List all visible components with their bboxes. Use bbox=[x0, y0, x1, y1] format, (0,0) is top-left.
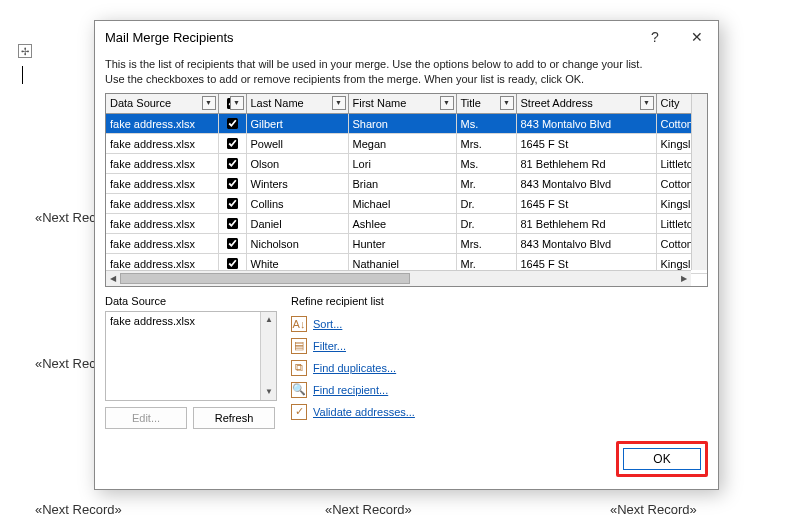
cell-street: 843 Montalvo Blvd bbox=[516, 234, 656, 254]
dropdown-icon[interactable]: ▼ bbox=[230, 96, 244, 110]
row-checkbox[interactable] bbox=[227, 198, 238, 209]
anchor-icon: ✢ bbox=[18, 44, 32, 58]
cell-title: Ms. bbox=[456, 154, 516, 174]
sort-link[interactable]: Sort... bbox=[313, 318, 342, 330]
table-row[interactable]: fake address.xlsxNicholsonHunterMrs.843 … bbox=[106, 234, 708, 254]
dialog-titlebar[interactable]: Mail Merge Recipients ? ✕ bbox=[95, 21, 718, 53]
cell-data-source: fake address.xlsx bbox=[106, 114, 218, 134]
find-duplicates-link[interactable]: Find duplicates... bbox=[313, 362, 396, 374]
cell-last-name: Powell bbox=[246, 134, 348, 154]
mail-merge-recipients-dialog: Mail Merge Recipients ? ✕ This is the li… bbox=[94, 20, 719, 490]
dialog-title: Mail Merge Recipients bbox=[105, 30, 634, 45]
next-record-field: «Next Record» bbox=[35, 502, 122, 517]
scroll-down-icon[interactable]: ▼ bbox=[261, 384, 277, 400]
col-street[interactable]: Street Address▼ bbox=[516, 94, 656, 114]
vertical-scrollbar[interactable] bbox=[691, 94, 707, 270]
refine-section: Refine recipient list A↓Sort... ▤Filter.… bbox=[291, 295, 415, 429]
cell-data-source: fake address.xlsx bbox=[106, 134, 218, 154]
col-data-source[interactable]: Data Source▼ bbox=[106, 94, 218, 114]
cell-title: Mrs. bbox=[456, 134, 516, 154]
dropdown-icon[interactable]: ▼ bbox=[332, 96, 346, 110]
refresh-button[interactable]: Refresh bbox=[193, 407, 275, 429]
duplicates-icon: ⧉ bbox=[291, 360, 307, 376]
refine-legend: Refine recipient list bbox=[291, 295, 415, 307]
scroll-up-icon[interactable]: ▲ bbox=[261, 312, 277, 328]
dropdown-icon[interactable]: ▼ bbox=[500, 96, 514, 110]
cell-first-name: Lori bbox=[348, 154, 456, 174]
cell-title: Mr. bbox=[456, 174, 516, 194]
dropdown-icon[interactable]: ▼ bbox=[640, 96, 654, 110]
row-checkbox[interactable] bbox=[227, 118, 238, 129]
cell-street: 843 Montalvo Blvd bbox=[516, 174, 656, 194]
cell-title: Ms. bbox=[456, 114, 516, 134]
cell-street: 81 Bethlehem Rd bbox=[516, 214, 656, 234]
next-record-field: «Next Record» bbox=[325, 502, 412, 517]
row-checkbox[interactable] bbox=[227, 258, 238, 269]
ok-button[interactable]: OK bbox=[623, 448, 701, 470]
row-checkbox[interactable] bbox=[227, 138, 238, 149]
col-include[interactable]: ▼ bbox=[218, 94, 246, 114]
cell-data-source: fake address.xlsx bbox=[106, 154, 218, 174]
table-row[interactable]: fake address.xlsxPowellMeganMrs.1645 F S… bbox=[106, 134, 708, 154]
data-source-item[interactable]: fake address.xlsx bbox=[110, 315, 195, 327]
cell-street: 1645 F St bbox=[516, 194, 656, 214]
table-row[interactable]: fake address.xlsxWintersBrianMr.843 Mont… bbox=[106, 174, 708, 194]
col-first-name[interactable]: First Name▼ bbox=[348, 94, 456, 114]
col-last-name[interactable]: Last Name▼ bbox=[246, 94, 348, 114]
row-checkbox[interactable] bbox=[227, 218, 238, 229]
cell-first-name: Ashlee bbox=[348, 214, 456, 234]
cell-first-name: Michael bbox=[348, 194, 456, 214]
cell-last-name: Winters bbox=[246, 174, 348, 194]
list-scrollbar[interactable]: ▲ ▼ bbox=[260, 312, 276, 400]
cell-first-name: Hunter bbox=[348, 234, 456, 254]
row-checkbox[interactable] bbox=[227, 158, 238, 169]
table-row[interactable]: fake address.xlsxOlsonLoriMs.81 Bethlehe… bbox=[106, 154, 708, 174]
cell-first-name: Sharon bbox=[348, 114, 456, 134]
cell-last-name: Daniel bbox=[246, 214, 348, 234]
scroll-thumb[interactable] bbox=[120, 273, 410, 284]
table-row[interactable]: fake address.xlsxGilbertSharonMs.843 Mon… bbox=[106, 114, 708, 134]
cell-last-name: Collins bbox=[246, 194, 348, 214]
cell-data-source: fake address.xlsx bbox=[106, 174, 218, 194]
table-row[interactable]: fake address.xlsxDanielAshleeDr.81 Bethl… bbox=[106, 214, 708, 234]
dialog-instructions: This is the list of recipients that will… bbox=[105, 57, 708, 87]
text-cursor bbox=[22, 66, 23, 84]
cell-title: Dr. bbox=[456, 194, 516, 214]
filter-icon: ▤ bbox=[291, 338, 307, 354]
next-record-field: «Next Record» bbox=[610, 502, 697, 517]
table-row[interactable]: fake address.xlsxCollinsMichaelDr.1645 F… bbox=[106, 194, 708, 214]
help-button[interactable]: ? bbox=[634, 21, 676, 53]
cell-last-name: Nicholson bbox=[246, 234, 348, 254]
cell-street: 843 Montalvo Blvd bbox=[516, 114, 656, 134]
cell-street: 1645 F St bbox=[516, 134, 656, 154]
col-title[interactable]: Title▼ bbox=[456, 94, 516, 114]
row-checkbox[interactable] bbox=[227, 238, 238, 249]
cell-first-name: Megan bbox=[348, 134, 456, 154]
sort-icon: A↓ bbox=[291, 316, 307, 332]
dropdown-icon[interactable]: ▼ bbox=[202, 96, 216, 110]
find-recipient-link[interactable]: Find recipient... bbox=[313, 384, 388, 396]
recipient-grid[interactable]: Data Source▼ ▼ Last Name▼ First Name▼ Ti… bbox=[105, 93, 708, 287]
data-source-list[interactable]: fake address.xlsx ▲ ▼ bbox=[105, 311, 277, 401]
row-checkbox[interactable] bbox=[227, 178, 238, 189]
edit-button[interactable]: Edit... bbox=[105, 407, 187, 429]
filter-link[interactable]: Filter... bbox=[313, 340, 346, 352]
validate-addresses-link[interactable]: Validate addresses... bbox=[313, 406, 415, 418]
cell-first-name: Brian bbox=[348, 174, 456, 194]
scroll-left-icon[interactable]: ◀ bbox=[106, 271, 120, 286]
close-button[interactable]: ✕ bbox=[676, 21, 718, 53]
data-source-legend: Data Source bbox=[105, 295, 277, 307]
cell-data-source: fake address.xlsx bbox=[106, 194, 218, 214]
cell-title: Dr. bbox=[456, 214, 516, 234]
scroll-right-icon[interactable]: ▶ bbox=[677, 271, 691, 286]
dropdown-icon[interactable]: ▼ bbox=[440, 96, 454, 110]
find-icon: 🔍 bbox=[291, 382, 307, 398]
cell-street: 81 Bethlehem Rd bbox=[516, 154, 656, 174]
cell-data-source: fake address.xlsx bbox=[106, 214, 218, 234]
horizontal-scrollbar[interactable]: ◀ ▶ bbox=[106, 270, 691, 286]
data-source-section: Data Source fake address.xlsx ▲ ▼ Edit..… bbox=[105, 295, 277, 429]
validate-icon: ✓ bbox=[291, 404, 307, 420]
cell-title: Mrs. bbox=[456, 234, 516, 254]
cell-last-name: Olson bbox=[246, 154, 348, 174]
cell-last-name: Gilbert bbox=[246, 114, 348, 134]
